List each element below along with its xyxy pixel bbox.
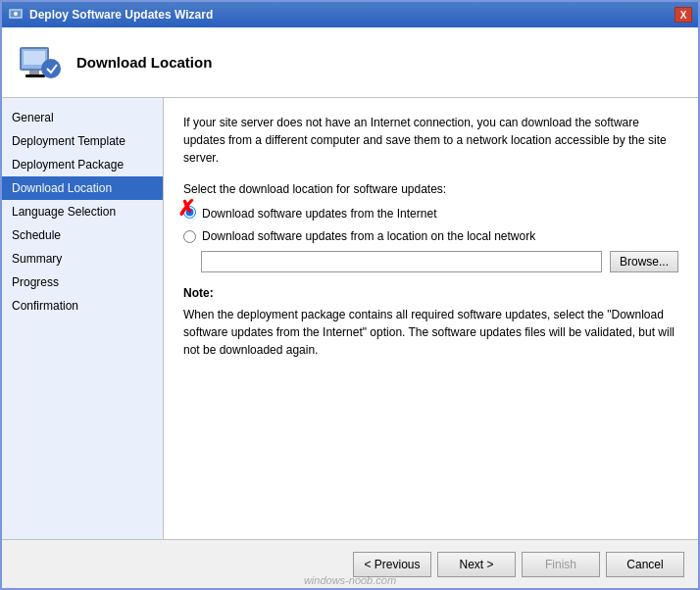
sidebar-item-schedule[interactable]: Schedule	[2, 223, 163, 247]
note-text: When the deployment package contains all…	[183, 306, 678, 359]
sidebar-item-summary[interactable]: Summary	[2, 247, 163, 270]
sidebar-item-deployment-template[interactable]: Deployment Template	[2, 129, 163, 153]
radio-x-container: ✗	[183, 206, 202, 221]
note-label: Note:	[183, 286, 678, 300]
wizard-icon	[8, 7, 24, 23]
main-content: General Deployment Template Deployment P…	[2, 98, 698, 539]
cancel-button[interactable]: Cancel	[606, 552, 684, 577]
title-bar-left: Deploy Software Updates Wizard	[8, 7, 213, 23]
title-label: Deploy Software Updates Wizard	[29, 8, 213, 22]
radio-local[interactable]	[183, 230, 196, 243]
browse-row: Browse...	[201, 251, 678, 272]
svg-rect-5	[24, 51, 45, 65]
sidebar-item-language-selection[interactable]: Language Selection	[2, 200, 163, 223]
close-button[interactable]: X	[675, 7, 692, 23]
header-icon	[16, 39, 63, 86]
sidebar: General Deployment Template Deployment P…	[2, 98, 164, 539]
svg-point-8	[41, 59, 61, 78]
sidebar-item-general[interactable]: General	[2, 106, 163, 129]
radio-local-label[interactable]: Download software updates from a locatio…	[202, 229, 535, 243]
previous-button[interactable]: < Previous	[353, 552, 431, 577]
header-section: Download Location	[2, 27, 698, 98]
title-bar: Deploy Software Updates Wizard X	[2, 2, 698, 27]
radio-internet-label[interactable]: Download software updates from the Inter…	[202, 207, 436, 221]
path-input[interactable]	[201, 251, 602, 272]
section-label: Select the download location for softwar…	[183, 182, 678, 196]
finish-button[interactable]: Finish	[522, 552, 600, 577]
wizard-window: Deploy Software Updates Wizard X Downloa…	[0, 0, 700, 590]
watermark: windows-noob.com	[304, 574, 396, 586]
sidebar-item-download-location[interactable]: Download Location	[2, 176, 163, 200]
svg-point-2	[14, 12, 18, 16]
next-button[interactable]: Next >	[437, 552, 516, 577]
sidebar-item-confirmation[interactable]: Confirmation	[2, 294, 163, 318]
svg-rect-7	[25, 74, 45, 77]
content-description: If your site server does not have an Int…	[183, 114, 678, 167]
radio-row-internet: ✗ Download software updates from the Int…	[183, 206, 678, 221]
browse-button[interactable]: Browse...	[610, 251, 678, 272]
radio-internet[interactable]	[183, 206, 196, 219]
sidebar-item-deployment-package[interactable]: Deployment Package	[2, 153, 163, 176]
content-area: If your site server does not have an Int…	[164, 98, 698, 539]
radio-row-local: Download software updates from a locatio…	[183, 229, 678, 243]
header-title: Download Location	[76, 54, 212, 71]
sidebar-item-progress[interactable]: Progress	[2, 270, 163, 294]
